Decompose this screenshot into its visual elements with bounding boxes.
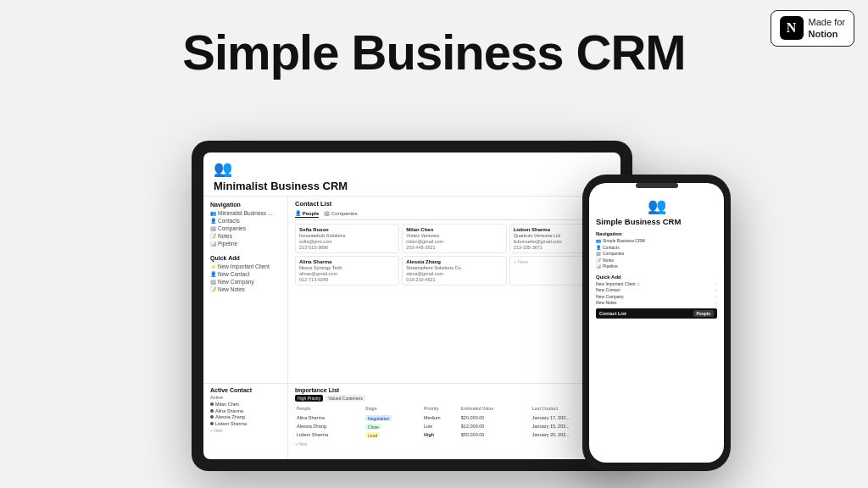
tablet-crm-title: Minimalist Business CRM [214, 180, 610, 192]
phone-notch [636, 183, 678, 188]
contact-grid: Sofia Russo Innovatehub Solutions sofia@… [295, 224, 614, 286]
active-contact-section: Active Contact Active Milan Chen Alina S… [203, 384, 288, 459]
tab-people[interactable]: 👤 People [295, 210, 319, 218]
notion-badge: N Made for Notion [771, 10, 854, 47]
phone-crm-icon: 👥 [596, 197, 717, 215]
nav-section-title: Navigation [210, 202, 281, 208]
filter-high-priority[interactable]: High Priority [295, 395, 323, 402]
importance-new-btn[interactable]: + New [295, 441, 614, 446]
table-row: Alessia Zhang Close Low $12,000.00 Janua… [297, 423, 612, 430]
sidebar-item-notes[interactable]: 📝 Notes [210, 233, 281, 239]
stage-badge-2: Lead [365, 432, 380, 438]
quick-add-section-title: Quick Add [210, 255, 281, 261]
phone-new-notes[interactable]: New Notes ○ [596, 300, 717, 305]
phone-new-contact[interactable]: New Contact ○ [596, 287, 717, 292]
tablet-header: 👥 Minimalist Business CRM [203, 152, 620, 197]
sidebar-new-contact[interactable]: 👤 New Contact [210, 271, 281, 277]
active-status-label: Active [210, 395, 281, 400]
tablet-body: Navigation 👥 Minimalist Business ... 👤 C… [203, 197, 620, 383]
phone-contact-list-bar: Contact List People [596, 308, 717, 319]
col-people: People [297, 406, 364, 413]
col-priority: Priority [424, 406, 459, 413]
importance-title: Importance List [295, 387, 614, 393]
page-title: Simple Business CRM [0, 24, 868, 80]
contact-card-alina[interactable]: Alina Sharma Nexus Synergy Tech alinas@g… [295, 256, 399, 286]
filter-valued-customers[interactable]: Valued Customers [326, 395, 365, 402]
notion-badge-text: Made for Notion [809, 16, 845, 41]
tablet-device: 👥 Minimalist Business CRM Navigation 👥 M… [192, 141, 632, 471]
active-alessia: Alessia Zhang [210, 414, 281, 419]
contact-list-tabs: 👤 People 🏢 Companies [295, 210, 614, 220]
tablet-bottom: Active Contact Active Milan Chen Alina S… [203, 383, 620, 459]
sidebar-new-notes[interactable]: 📝 New Notes [210, 286, 281, 292]
phone-device: 👥 Simple Business CRM Navigation 👥Simple… [582, 175, 731, 471]
importance-section: Importance List High Priority Valued Cus… [288, 384, 620, 459]
priority-0: Medium [424, 414, 459, 421]
phone-nav-notes[interactable]: 📝Notes [596, 258, 717, 263]
importance-filters: High Priority Valued Customers [295, 395, 614, 402]
phone-new-company[interactable]: New Company ○ [596, 294, 717, 299]
active-lisbon: Lisbon Sharma [210, 421, 281, 426]
phone-crm-title: Simple Business CRM [596, 217, 717, 226]
active-milan: Milan Chen [210, 402, 281, 407]
tablet-sidebar: Navigation 👥 Minimalist Business ... 👤 C… [203, 197, 288, 383]
sidebar-item-minimalist[interactable]: 👥 Minimalist Business ... [210, 210, 281, 216]
table-row: Lisbon Sharma Lead High $55,000.00 Janua… [297, 431, 612, 438]
devices-container: 👥 Minimalist Business CRM Navigation 👥 M… [86, 124, 782, 488]
phone-nav-companies[interactable]: 🏢Companies [596, 251, 717, 256]
contact-card-sofia[interactable]: Sofia Russo Innovatehub Solutions sofia@… [295, 224, 399, 253]
sidebar-new-important-client[interactable]: ⚡ New Important Client [210, 263, 281, 269]
importance-table: People Stage Priority Estimated Value La… [295, 404, 614, 440]
active-new-btn[interactable]: + New [210, 428, 281, 433]
phone-nav-title: Navigation [596, 231, 717, 236]
tablet-crm-icon: 👥 [214, 159, 610, 178]
active-alina: Alina Sharma [210, 408, 281, 413]
tablet-screen: 👥 Minimalist Business CRM Navigation 👥 M… [203, 152, 620, 459]
phone-screen: 👥 Simple Business CRM Navigation 👥Simple… [589, 183, 724, 463]
stage-badge-0: Negotiation [365, 415, 392, 421]
phone-people-tab[interactable]: People [693, 310, 714, 317]
phone-nav-pipeline[interactable]: 📊Pipeline [596, 263, 717, 269]
contact-card-milan[interactable]: Milan Chen Vortex Ventures milan@gmail.c… [402, 224, 506, 253]
priority-2: High [424, 431, 459, 438]
sidebar-item-contacts[interactable]: 👤 Contacts [210, 218, 281, 224]
priority-1: Low [424, 423, 459, 430]
contact-list-title: Contact List [295, 200, 614, 208]
stage-badge-1: Close [365, 424, 381, 430]
notion-logo: N [780, 16, 804, 40]
sidebar-new-company[interactable]: 🏢 New Company [210, 279, 281, 285]
table-row: Alina Sharma Negotiation Medium $20,000.… [297, 414, 612, 421]
phone-nav-minimalist[interactable]: 👥Simple Business CRM [596, 238, 717, 243]
sidebar-item-companies[interactable]: 🏢 Companies [210, 225, 281, 231]
tab-companies[interactable]: 🏢 Companies [324, 210, 357, 218]
sidebar-item-pipeline[interactable]: 📊 Pipeline [210, 241, 281, 247]
phone-nav-contacts[interactable]: 👤Contacts [596, 245, 717, 250]
col-value: Estimated Value [461, 406, 531, 413]
col-stage: Stage [365, 406, 422, 413]
phone-new-important-client[interactable]: New Important Client ☆ ○ [596, 281, 717, 286]
phone-quick-add-title: Quick Add [596, 274, 717, 280]
tablet-main-content: Contact List 👤 People 🏢 Companies Sofia … [288, 197, 620, 383]
active-contact-title: Active Contact [210, 387, 281, 393]
contact-card-alessia[interactable]: Alessia Zhang Stratosphere Solutions Co.… [402, 256, 506, 286]
